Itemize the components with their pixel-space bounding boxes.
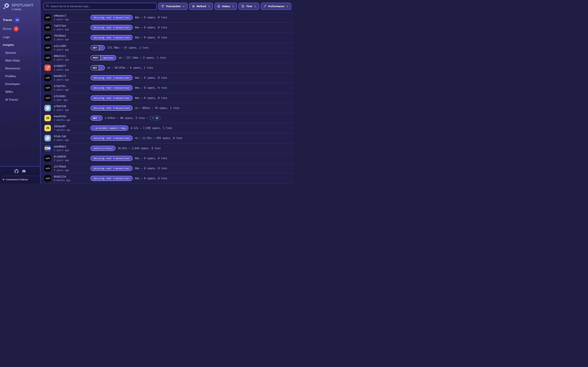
footer-divider (3, 176, 37, 176)
method-segment: GET (91, 46, 99, 50)
code-icon: </> (44, 155, 51, 162)
app-subtitle: by Sentry (12, 8, 34, 10)
code-icon: </> (44, 34, 51, 41)
trace-row[interactable]: JSebb880e32 years ago/alerts/rules/26.65… (41, 143, 294, 153)
sidebar-item-insights[interactable]: Insights (0, 41, 40, 49)
sidebar-item-envelopes[interactable]: Envelopes (0, 80, 40, 88)
sidebar-item-ai-traces[interactable]: AI Traces (0, 96, 40, 104)
sidebar-spacer (0, 104, 40, 166)
trace-stats: 0ms — 0 spans, 0 txns (135, 97, 167, 100)
search-input[interactable] (51, 5, 154, 8)
trace-id: 63300977 (54, 65, 91, 68)
transaction-badge: /:provider/:owner/:repo (91, 125, 128, 131)
sidebar-item-traces[interactable]: Traces18 (0, 16, 40, 25)
trace-meta: 8de901732 years ago (54, 75, 91, 81)
missing-root-transaction-badge: (missing root transaction) (91, 95, 132, 100)
path-segment: / (99, 66, 104, 70)
trace-meta: 8cdd08362 years ago (54, 155, 91, 162)
app-logo: SPOTLIGHT by Sentry (0, 0, 40, 10)
sidebar-item-queries[interactable]: Queries (0, 49, 40, 57)
trace-row[interactable]: JS4aad454a4 months agoGET /2.07min — 60 … (41, 113, 294, 123)
js-python-icon: JS (44, 145, 51, 151)
discord-icon[interactable] (22, 169, 26, 173)
github-icon[interactable] (15, 169, 18, 173)
trace-row[interactable]: 633009772 years agoGET/ok— 50.07ms — 6 s… (41, 63, 294, 73)
trace-row[interactable]: </>ed1cd3092 years agoGET/173.70ms — 47 … (41, 43, 294, 53)
stats-text: 173.70ms — 47 spans, 2 txns (107, 46, 149, 49)
trace-age: 2 years ago (54, 58, 91, 61)
path-segment: / (99, 46, 104, 50)
trace-meta: 9fe6cfa62 years ago (54, 135, 91, 141)
trace-row[interactable]: </>66db533a8 months ago(missing root tra… (41, 174, 294, 184)
filter-button-method[interactable]: Method (189, 3, 213, 10)
js-icon: JS (45, 147, 48, 150)
missing-root-transaction-badge: (missing root transaction) (91, 15, 132, 20)
sidebar-item-label: Logs (3, 35, 10, 39)
trace-stats: 26.65s — 1,644 spans, 6 txns (118, 147, 161, 150)
sidebar-item-logs[interactable]: Logs (0, 33, 40, 41)
trace-row[interactable]: JS102da4877 months ago/:provider/:owner/… (41, 123, 294, 133)
trace-row[interactable]: </>b7b18d8ca year ago(missing root trans… (41, 93, 294, 103)
sidebar-item-label: Resources (5, 67, 20, 70)
code-icon: </> (44, 175, 51, 182)
stats-text: — 217.14ms — 3 spans, 1 txns (123, 56, 166, 59)
trace-stats: 0ms — 0 spans, 0 txns (135, 26, 167, 29)
trace-row[interactable]: </>e96eabc32 years ago(missing root tran… (41, 13, 294, 23)
trace-age: 2 years ago (54, 139, 91, 141)
trace-stats: 0ms — 0 spans, 0 txns (135, 76, 167, 79)
status-dot-icon (3, 179, 4, 180)
stats-text: 4.12s — 7,938 spans, 1 txns (131, 127, 172, 130)
method-segment: POST (91, 56, 101, 60)
spotlight-logo-icon (3, 3, 9, 10)
code-icon: </> (44, 24, 51, 31)
python-icon (44, 135, 51, 141)
trace-stats: 0ms — 0 spans, 0 txns (135, 16, 167, 19)
sidebar-item-label: Traces (3, 18, 12, 22)
missing-root-transaction-badge: (missing root transaction) (91, 85, 132, 90)
search-icon (46, 4, 49, 8)
trace-meta: ebb880e32 years ago (54, 145, 91, 151)
trace-row[interactable]: </>f82608a12 years ago(missing root tran… (41, 33, 294, 43)
stats-text: 0ms — 0 spans, 0 txns (135, 97, 167, 100)
filter-button-transaction[interactable]: Transaction (158, 3, 188, 10)
missing-root-transaction-badge: (missing root transaction) (91, 176, 132, 181)
trace-row[interactable]: </>b7de5fbc2 years ago(missing root tran… (41, 83, 294, 93)
stats-text: 0ms — 0 spans, 0 txns (135, 157, 167, 160)
filter-button-time[interactable]: Time (239, 3, 259, 10)
trace-stats: 2.07min — 60 spans, 5 txns — (105, 117, 148, 120)
filter-button-status[interactable]: Status (215, 3, 237, 10)
trace-row[interactable]: af9d55382 years ago(missing root transac… (41, 103, 294, 113)
sidebar-item-errors[interactable]: Errors4 (0, 25, 40, 33)
trace-row[interactable]: </>22f704e62 years ago(missing root tran… (41, 163, 294, 174)
sidebar-item-label: AI Traces (5, 98, 18, 102)
ai-badge: AI (150, 116, 161, 120)
trace-stats: ok— 11.95s — 459 spans, 8 txns (135, 137, 182, 140)
topbar: TransactionMethodStatusTimePerformance (41, 0, 294, 12)
trace-row[interactable]: </>8de901732 years ago(missing root tran… (41, 73, 294, 83)
sidebar-item-profiles[interactable]: Profiles (0, 72, 40, 80)
path-segment: /person/ (101, 56, 116, 60)
chevron-down-icon (232, 5, 234, 8)
sidebar-item-label: Insights (3, 43, 14, 47)
filter-button-performance[interactable]: Performance (261, 3, 291, 10)
trace-id: ed1cd309 (54, 44, 91, 48)
trace-row[interactable]: </>fa62f3a42 years ago(missing root tran… (41, 23, 294, 33)
trace-row[interactable]: </>8cdd08362 years ago(missing root tran… (41, 153, 294, 163)
trace-stats: ok— 50.07ms — 6 spans, 1 txns (107, 66, 153, 69)
python-icon (48, 147, 51, 150)
trace-meta: ed1cd3092 years ago (54, 44, 91, 51)
filter-label: Method (197, 5, 206, 8)
sidebar-item-resources[interactable]: Resources (0, 65, 40, 72)
trace-list: </>e96eabc32 years ago(missing root tran… (41, 12, 294, 184)
sidebar-count-badge: 18 (14, 17, 20, 23)
sidebar-item-sdks[interactable]: SDKs (0, 88, 40, 96)
code-icon: </> (44, 85, 51, 91)
sidebar-item-label: Errors (3, 27, 12, 31)
trace-meta: 633009772 years ago (54, 65, 91, 71)
trace-row[interactable]: </>00bd13c12 years agoPOST/person/ok— 21… (41, 53, 294, 63)
trace-row[interactable]: 9fe6cfa62 years ago(missing root transac… (41, 133, 294, 143)
sidebar-item-web-vitals[interactable]: Web Vitals (0, 57, 40, 65)
trace-stats: 0ms — 0 spans, 0 txns (135, 157, 167, 160)
sidebar-nav: Traces18Errors4LogsInsightsQueriesWeb Vi… (0, 16, 40, 104)
trace-id: af9d5538 (54, 105, 91, 108)
